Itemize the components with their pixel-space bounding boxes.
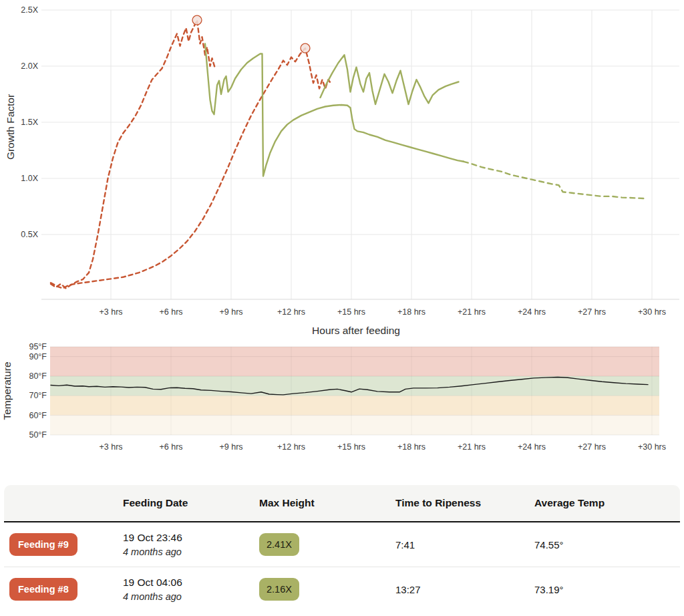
max-height-badge: 2.41X [259, 533, 299, 556]
series-feeding-8-rise [51, 48, 331, 289]
temp-y-tick: 90°F [29, 352, 47, 361]
temp-y-tick: 95°F [29, 342, 47, 351]
growth-y-tick: 2.5X [21, 5, 38, 15]
column-header: Time to Ripeness [395, 497, 534, 509]
growth-y-tick: 0.5X [21, 230, 38, 239]
column-header: Max Height [259, 497, 395, 509]
temperature-y-axis-title: Temperature [1, 361, 13, 420]
feeding-date-cell: 19 Oct 04:064 months ago [123, 577, 259, 602]
feedings-table-header: Feeding DateMax HeightTime to RipenessAv… [4, 485, 680, 522]
growth-y-tick: 2.0X [21, 61, 38, 71]
series-feeding-9-rise [51, 20, 215, 289]
feeding-row: Feeding #819 Oct 04:064 months ago2.16X1… [4, 567, 680, 611]
growth-x-tick: +18 hrs [397, 307, 425, 317]
feeding-badge[interactable]: Feeding #9 [9, 533, 77, 556]
temp-band-80-95 [50, 347, 659, 376]
growth-x-tick: +9 hrs [219, 307, 242, 317]
growth-chart-grid [41, 10, 679, 299]
series-feeding-9-late [464, 162, 645, 198]
feeding-date-cell: 19 Oct 23:464 months ago [123, 532, 259, 557]
temp-x-tick: +6 hrs [159, 442, 182, 452]
growth-y-axis-title: Growth Factor [5, 94, 16, 160]
temp-band-70-80 [50, 376, 659, 396]
feeding-date-relative: 4 months ago [123, 591, 259, 602]
feedings-table: Feeding DateMax HeightTime to RipenessAv… [4, 485, 680, 611]
growth-x-tick: +3 hrs [99, 307, 122, 317]
feedings-table-body: Feeding #919 Oct 23:464 months ago2.41X7… [4, 522, 680, 611]
temp-band-60-70 [50, 396, 659, 415]
temp-x-tick: +30 hrs [638, 442, 666, 452]
series-feeding-9-fall [205, 43, 464, 176]
temp-x-tick: +18 hrs [397, 442, 425, 452]
feeding-row: Feeding #919 Oct 23:464 months ago2.41X7… [4, 522, 680, 567]
temp-y-tick: 60°F [29, 411, 47, 420]
average-temp: 74.55° [534, 539, 680, 551]
temp-x-tick: +27 hrs [578, 442, 606, 452]
feeding-date-relative: 4 months ago [123, 547, 259, 557]
charts-canvas: 2.5X2.0X1.5X1.0X0.5X+3 hrs+6 hrs+9 hrs+1… [0, 0, 684, 472]
temp-y-tick: 50°F [29, 430, 47, 440]
temp-x-tick: +12 hrs [277, 442, 305, 452]
temp-y-tick: 80°F [29, 371, 47, 381]
average-temp: 73.19° [534, 584, 680, 595]
growth-x-tick: +15 hrs [337, 307, 365, 317]
temp-band-50-60 [50, 416, 659, 435]
feeding-date: 19 Oct 23:46 [123, 532, 259, 544]
growth-y-tick: 1.5X [21, 118, 38, 127]
growth-x-tick: +21 hrs [458, 307, 486, 317]
temp-y-tick: 70°F [29, 391, 47, 400]
growth-chart-axis-labels: 2.5X2.0X1.5X1.0X0.5X+3 hrs+6 hrs+9 hrs+1… [21, 5, 666, 317]
ripeness-peak-marker-1[interactable] [192, 15, 202, 25]
series-feeding-8-fall [321, 55, 459, 104]
growth-y-tick: 1.0X [21, 174, 38, 183]
column-header: Average Temp [534, 497, 680, 509]
growth-x-tick: +24 hrs [518, 307, 546, 317]
charts-panel: 2.5X2.0X1.5X1.0X0.5X+3 hrs+6 hrs+9 hrs+1… [0, 0, 684, 472]
feeding-date: 19 Oct 04:06 [123, 577, 259, 589]
temp-x-tick: +24 hrs [518, 442, 546, 452]
growth-x-tick: +12 hrs [277, 307, 305, 317]
feeding-badge[interactable]: Feeding #8 [9, 578, 77, 601]
growth-chart-series [51, 20, 645, 289]
time-to-ripeness: 7:41 [395, 539, 534, 551]
growth-x-tick: +27 hrs [578, 307, 606, 317]
growth-x-tick: +30 hrs [638, 307, 666, 317]
temp-x-tick: +3 hrs [99, 442, 122, 452]
growth-x-tick: +6 hrs [159, 307, 182, 317]
column-header: Feeding Date [123, 497, 259, 509]
temp-x-tick: +21 hrs [458, 442, 486, 452]
ripeness-peak-markers [192, 15, 310, 53]
temp-x-tick: +9 hrs [219, 442, 242, 452]
max-height-badge: 2.16X [259, 578, 299, 601]
temp-x-tick: +15 hrs [337, 442, 365, 452]
time-to-ripeness: 13:27 [395, 584, 534, 595]
growth-x-axis-title: Hours after feeding [312, 325, 400, 336]
ripeness-peak-marker-2[interactable] [301, 43, 310, 53]
